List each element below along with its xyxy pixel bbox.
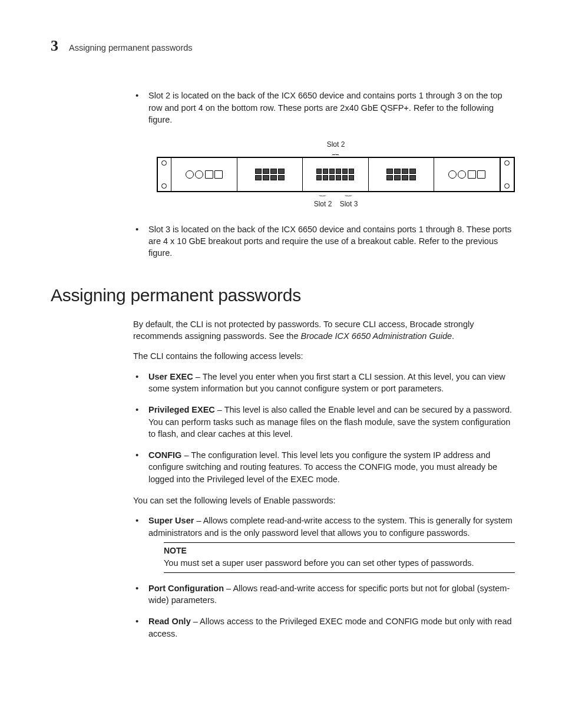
intro-paragraph: By default, the CLI is not protected by … xyxy=(133,318,515,342)
device-endcap xyxy=(500,158,514,191)
enable-levels-list: Super User – Allows complete read-and-wr… xyxy=(133,515,515,640)
figure-label: Slot 3 xyxy=(337,199,361,209)
list-item: User EXEC – The level you enter when you… xyxy=(133,371,515,395)
figure-label: Slot 2 xyxy=(311,199,335,209)
reference-title: Brocade ICX 6650 Administration Guide xyxy=(301,331,452,341)
note-block: NOTE You must set a super user password … xyxy=(164,542,515,573)
device-module xyxy=(369,158,435,191)
chapter-number: 3 xyxy=(51,35,58,57)
device-module xyxy=(434,158,500,191)
list-item: Super User – Allows complete read-and-wr… xyxy=(133,515,515,572)
note-text: You must set a super user password befor… xyxy=(164,557,515,569)
device-endcap xyxy=(158,158,171,191)
level-name: Super User xyxy=(148,516,194,525)
enable-intro: You can set the following levels of Enab… xyxy=(133,495,515,506)
level-name: Privileged EXEC xyxy=(148,405,215,414)
level-name: CONFIG xyxy=(148,450,181,460)
figure-labels-bottom: Slot 2 Slot 3 xyxy=(157,199,515,209)
top-bullet-list: Slot 2 is located on the back of the ICX… xyxy=(133,90,515,126)
list-item: Slot 2 is located on the back of the ICX… xyxy=(133,90,515,126)
level-name: User EXEC xyxy=(148,372,193,381)
level-desc: – The configuration level. This level le… xyxy=(148,450,497,484)
level-name: Port Configuration xyxy=(148,584,224,593)
level-name: Read Only xyxy=(148,617,191,626)
page-header: 3 Assigning permanent passwords xyxy=(51,35,515,57)
running-title: Assigning permanent passwords xyxy=(69,42,193,54)
text: . xyxy=(452,331,454,341)
note-title: NOTE xyxy=(164,545,515,557)
device-module xyxy=(171,158,237,191)
bracket-icon: ︷ xyxy=(157,151,515,156)
access-levels-list: User EXEC – The level you enter when you… xyxy=(133,371,515,485)
list-item: Slot 3 is located on the back of the ICX… xyxy=(133,223,515,259)
device-module xyxy=(237,158,303,191)
list-item: Read Only – Allows access to the Privile… xyxy=(133,615,515,640)
intro-paragraph-2: The CLI contains the following access le… xyxy=(133,350,515,362)
device-module-center xyxy=(303,158,369,191)
device-rear-diagram xyxy=(157,157,515,192)
list-item: Port Configuration – Allows read-and-wri… xyxy=(133,582,515,607)
top-bullet-list-2: Slot 3 is located on the back of the ICX… xyxy=(133,223,515,259)
level-desc: – Allows complete read-and-write access … xyxy=(148,516,513,537)
section-heading: Assigning permanent passwords xyxy=(51,283,515,308)
bracket-icon: ︸︸ xyxy=(157,193,515,199)
list-item: CONFIG – The configuration level. This l… xyxy=(133,449,515,485)
list-item: Privileged EXEC – This level is also cal… xyxy=(133,404,515,440)
level-desc: – Allows access to the Privileged EXEC m… xyxy=(148,617,512,638)
device-figure: Slot 2 ︷ xyxy=(157,140,515,209)
level-desc: – The level you enter when you first sta… xyxy=(148,372,505,393)
